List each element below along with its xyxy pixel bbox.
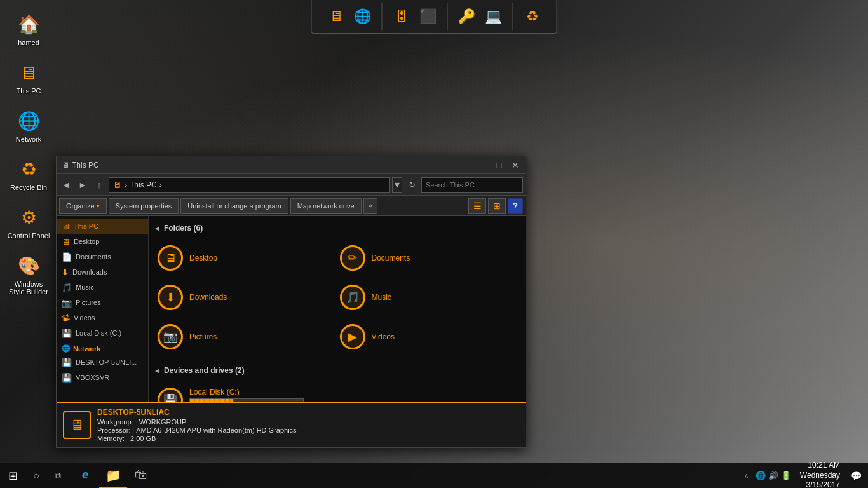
sidebar-item-music[interactable]: 🎵 Music [57, 280, 148, 295]
title-bar-left: 🖥 This PC [62, 161, 99, 170]
taskbar-app-explorer[interactable]: 📁 [99, 463, 127, 489]
search-icon: ○ [33, 470, 39, 482]
toolbar-icon-blocks[interactable]: ⬛ [417, 5, 440, 28]
back-button[interactable]: ◄ [59, 178, 73, 192]
music-sidebar-icon: 🎵 [62, 283, 72, 292]
close-button[interactable]: ✕ [508, 159, 523, 172]
address-dropdown[interactable]: ▾ [392, 177, 402, 193]
title-icon: 🖥 [62, 161, 69, 170]
status-processor-row: Processor: AMD A6-3420M APU with Radeon(… [97, 426, 297, 434]
toolbar-icon-globe[interactable]: 🌐 [351, 5, 374, 28]
folder-desktop[interactable]: 🖥 Desktop [154, 241, 330, 274]
toolbar-icon-recycle[interactable]: ♻ [521, 5, 544, 28]
taskbar-app-ie[interactable]: e [71, 463, 99, 489]
sidebar-item-desktop[interactable]: 🖥 Desktop [57, 234, 148, 249]
wsb-label: Windows Style Builder [6, 280, 51, 295]
path-separator-2: › [159, 180, 162, 189]
sidebar-item-pictures[interactable]: 📷 Pictures [57, 295, 148, 310]
status-workgroup-row: Workgroup: WORKGROUP [97, 418, 297, 426]
folder-videos[interactable]: ▶ Videos [336, 320, 512, 353]
desktop-icon-control-panel[interactable]: ⚙ Control Panel [3, 200, 54, 245]
taskbar-app-store[interactable]: 🛍 [127, 463, 155, 489]
vboxsvr-sidebar-icon: 💾 [62, 373, 72, 383]
organize-dropdown-arrow: ▾ [97, 203, 100, 209]
store-icon: 🛍 [135, 468, 147, 482]
forward-button[interactable]: ► [76, 178, 90, 192]
toolbar-icon-computer[interactable]: 💻 [482, 5, 505, 28]
sidebar-desktop-label: Desktop [74, 238, 99, 245]
workgroup-label: Workgroup: [97, 418, 133, 426]
sidebar-network-header[interactable]: 🌐 Network [57, 341, 148, 355]
desktop-icon-recycle-bin[interactable]: ♻ Recycle Bin [3, 151, 54, 196]
folder-downloads-icon-wrap: ⬇ [156, 283, 184, 311]
folder-pictures[interactable]: 📷 Pictures [154, 320, 330, 353]
workgroup-value: WORKGROUP [139, 418, 187, 426]
sidebar-item-vboxsvr[interactable]: 💾 VBOXSVR [57, 370, 148, 385]
sidebar-item-downloads[interactable]: ⬇ Downloads [57, 264, 148, 280]
sidebar-item-videos[interactable]: 📽 Videos [57, 310, 148, 325]
device-local-disk[interactable]: 💾 Local Disk (C:) 19.6 GB free of 31.5 G… [154, 384, 512, 402]
start-button[interactable]: ⊞ [0, 463, 25, 489]
network-icon: 🌐 [16, 108, 41, 133]
battery-tray-icon[interactable]: 🔋 [781, 471, 791, 480]
processor-label: Processor: [97, 426, 131, 434]
local-disk-progress-fill [190, 399, 233, 402]
sidebar-item-this-pc[interactable]: 🖥 This PC [57, 219, 148, 234]
date-text: 3/15/2017 [800, 480, 840, 488]
uninstall-button[interactable]: Uninstall or change a program [180, 198, 288, 214]
view-details-button[interactable]: ☰ [468, 198, 486, 214]
toolbar-icon-monitor[interactable]: 🖥 [325, 5, 348, 28]
organize-button[interactable]: Organize ▾ [59, 198, 107, 214]
folder-documents-icon: ✏ [340, 245, 365, 271]
network-tray-icon[interactable]: 🌐 [756, 471, 766, 480]
folder-downloads-label: Downloads [189, 293, 227, 302]
sidebar-item-desktop5[interactable]: 💾 DESKTOP-5UNLI... [57, 355, 148, 370]
up-button[interactable]: ↑ [92, 178, 106, 192]
taskbar-clock[interactable]: 10:21 AM Wednesday 3/15/2017 [795, 461, 845, 488]
local-disk-name: Local Disk (C:) [189, 388, 509, 396]
folder-music[interactable]: 🎵 Music [336, 281, 512, 314]
sidebar-pictures-label: Pictures [76, 299, 101, 306]
sidebar-item-documents[interactable]: 📄 Documents [57, 249, 148, 264]
taskview-icon: ⧉ [55, 470, 61, 481]
sidebar-vboxsvr-label: VBOXSVR [76, 374, 109, 381]
folder-downloads[interactable]: ⬇ Downloads [154, 281, 330, 314]
path-separator-1: › [125, 180, 127, 189]
status-computer-name: DESKTOP-5UNLIAC [97, 408, 297, 417]
search-input[interactable] [421, 177, 523, 193]
minimize-button[interactable]: — [475, 159, 490, 172]
notification-button[interactable]: 💬 [846, 463, 865, 489]
sidebar-this-pc-label: This PC [74, 222, 98, 230]
refresh-button[interactable]: ↻ [405, 178, 419, 192]
memory-label: Memory: [97, 435, 125, 442]
toolbar-group-3: 🔑 💻 [448, 3, 513, 30]
videos-sidebar-icon: 📽 [62, 313, 70, 323]
sys-tray-chevron[interactable]: ∧ [742, 463, 752, 489]
folder-documents[interactable]: ✏ Documents [336, 241, 512, 274]
devices-section-header[interactable]: Devices and drives (2) [154, 363, 520, 377]
map-network-button[interactable]: Map network drive [290, 198, 362, 214]
view-tiles-button[interactable]: ⊞ [488, 198, 506, 214]
help-button[interactable]: ? [508, 198, 523, 214]
desktop-icon-this-pc[interactable]: 🖥 This PC [3, 55, 54, 100]
toolbar-icon-key[interactable]: 🔑 [456, 5, 478, 28]
desktop-icon-hamed[interactable]: 🏠 hamed [3, 6, 54, 51]
devices-list: 💾 Local Disk (C:) 19.6 GB free of 31.5 G… [154, 384, 520, 402]
toolbar-icon-controls[interactable]: 🎛 [390, 5, 413, 28]
desktop-icon-network[interactable]: 🌐 Network [3, 103, 54, 148]
folders-section-header[interactable]: Folders (6) [154, 221, 520, 235]
system-properties-button[interactable]: System properties [109, 198, 179, 214]
desktop-icon-wsb[interactable]: 🎨 Windows Style Builder [3, 248, 54, 301]
taskbar-search-button[interactable]: ○ [25, 463, 47, 489]
volume-tray-icon[interactable]: 🔊 [768, 471, 778, 480]
local-disk-sidebar-icon: 💾 [62, 329, 72, 338]
sidebar-item-local-disk[interactable]: 💾 Local Disk (C:) [57, 325, 148, 341]
taskbar-apps: e 📁 🛍 [69, 463, 739, 489]
maximize-button[interactable]: □ [491, 159, 506, 172]
address-path[interactable]: 🖥 › This PC › [109, 177, 390, 193]
more-button[interactable]: » [363, 198, 377, 214]
taskview-button[interactable]: ⧉ [47, 463, 69, 489]
folder-music-icon: 🎵 [340, 285, 365, 310]
this-pc-icon: 🖥 [16, 60, 41, 85]
folder-music-icon-wrap: 🎵 [339, 283, 367, 311]
